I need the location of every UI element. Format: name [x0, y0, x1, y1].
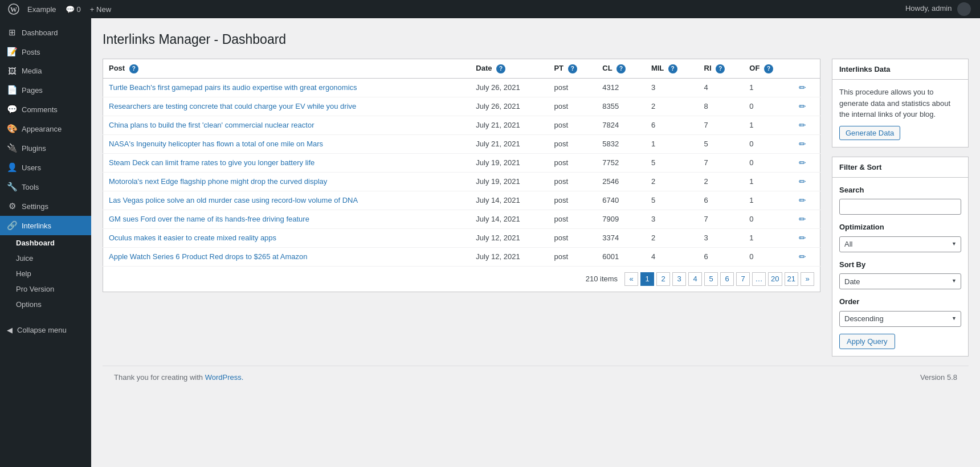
comments-bubble[interactable]: 💬 0 — [61, 5, 85, 14]
page-next[interactable]: » — [801, 272, 814, 286]
post-link-1[interactable]: Researchers are testing concrete that co… — [109, 102, 356, 110]
post-link-8[interactable]: Oculus makes it easier to create mixed r… — [109, 233, 276, 242]
post-link-7[interactable]: GM sues Ford over the name of its hands-… — [109, 215, 309, 223]
dashboard-icon: ⊞ — [7, 27, 17, 38]
cell-pt-2: post — [548, 116, 597, 134]
cell-cl-5: 2546 — [597, 172, 646, 191]
sidebar-item-comments[interactable]: 💬 Comments — [0, 100, 91, 119]
sidebar-item-pages[interactable]: 📄 Pages — [0, 80, 91, 100]
sidebar-item-appearance[interactable]: 🎨 Appearance — [0, 119, 91, 138]
page-5[interactable]: 5 — [704, 272, 718, 286]
table-row: Las Vegas police solve an old murder cas… — [103, 191, 820, 210]
post-link-9[interactable]: Apple Watch Series 6 Product Red drops t… — [109, 252, 308, 261]
table-section: Post ? Date ? PT ? — [103, 59, 820, 292]
table-row: Oculus makes it easier to create mixed r… — [103, 228, 820, 247]
avatar[interactable] — [957, 2, 971, 16]
sidebar-item-il-juice[interactable]: Juice — [0, 251, 91, 266]
table-row: Motorola's next Edge flagship phone migh… — [103, 172, 820, 191]
edit-icon-4[interactable]: ✏ — [799, 158, 806, 167]
edit-icon-5[interactable]: ✏ — [799, 177, 806, 186]
post-link-3[interactable]: NASA's Ingenuity helicopter has flown a … — [109, 140, 323, 148]
wordpress-link[interactable]: WordPress. — [205, 373, 244, 382]
cell-date-5: July 19, 2021 — [470, 172, 548, 191]
col-date: Date ? — [470, 59, 548, 79]
mil-help-icon[interactable]: ? — [668, 64, 677, 73]
comment-icon: 💬 — [66, 5, 75, 14]
post-link-2[interactable]: China plans to build the first 'clean' c… — [109, 121, 314, 129]
sidebar-item-il-help[interactable]: Help — [0, 266, 91, 281]
date-help-icon[interactable]: ? — [496, 64, 505, 73]
edit-icon-8[interactable]: ✏ — [799, 233, 806, 243]
page-7[interactable]: 7 — [736, 272, 750, 286]
media-icon: 🖼 — [7, 66, 17, 76]
search-input[interactable] — [839, 199, 961, 215]
cell-pt-9: post — [548, 247, 597, 266]
optimization-label: Optimization — [839, 222, 961, 233]
sidebar-item-il-dashboard[interactable]: Dashboard — [0, 235, 91, 251]
content-area: Post ? Date ? PT ? — [103, 59, 969, 366]
cell-of-5: 1 — [744, 172, 793, 191]
new-item-button[interactable]: + New — [85, 5, 116, 14]
order-select-wrapper: Descending Ascending — [839, 311, 961, 327]
ri-help-icon[interactable]: ? — [716, 64, 725, 73]
post-link-5[interactable]: Motorola's next Edge flagship phone migh… — [109, 177, 327, 186]
page-prev[interactable]: « — [624, 272, 638, 286]
edit-icon-0[interactable]: ✏ — [799, 83, 806, 92]
page-2[interactable]: 2 — [656, 272, 670, 286]
edit-icon-6[interactable]: ✏ — [799, 195, 806, 205]
cell-mil-7: 3 — [646, 210, 699, 228]
pt-help-icon[interactable]: ? — [568, 64, 577, 73]
order-select[interactable]: Descending Ascending — [839, 311, 961, 327]
edit-icon-1[interactable]: ✏ — [799, 101, 806, 111]
sort-by-select[interactable]: Date CL MIL RI OF — [839, 273, 961, 289]
cell-action-4: ✏ — [793, 153, 820, 172]
edit-icon-7[interactable]: ✏ — [799, 214, 806, 224]
collapse-menu-button[interactable]: ◀ Collapse menu — [0, 321, 91, 339]
sidebar-item-settings[interactable]: ⚙ Settings — [0, 196, 91, 216]
cell-post-6: Las Vegas police solve an old murder cas… — [103, 191, 471, 210]
of-help-icon[interactable]: ? — [764, 64, 773, 73]
filter-sort-box: Filter & Sort Search Optimization All Go… — [832, 157, 969, 357]
sidebar-item-il-pro[interactable]: Pro Version — [0, 281, 91, 297]
sidebar-item-dashboard[interactable]: ⊞ Dashboard — [0, 23, 91, 42]
wp-logo-icon[interactable]: W — [5, 0, 23, 18]
generate-data-button[interactable]: Generate Data — [839, 126, 900, 140]
col-action — [793, 59, 820, 79]
edit-icon-3[interactable]: ✏ — [799, 139, 806, 149]
edit-icon-9[interactable]: ✏ — [799, 252, 806, 261]
page-6[interactable]: 6 — [720, 272, 734, 286]
sidebar-item-media[interactable]: 🖼 Media — [0, 62, 91, 80]
page-21[interactable]: 21 — [785, 272, 798, 286]
cell-cl-8: 3374 — [597, 228, 646, 247]
edit-icon-2[interactable]: ✏ — [799, 120, 806, 130]
cell-mil-2: 6 — [646, 116, 699, 134]
post-link-6[interactable]: Las Vegas police solve an old murder cas… — [109, 196, 358, 204]
sidebar-item-il-options[interactable]: Options — [0, 297, 91, 312]
col-ri: RI ? — [699, 59, 744, 79]
interlinks-data-content: This procedure allows you to generate da… — [832, 80, 968, 147]
site-name[interactable]: Example — [23, 5, 61, 14]
post-link-4[interactable]: Steam Deck can limit frame rates to give… — [109, 158, 315, 167]
post-help-icon[interactable]: ? — [129, 64, 138, 73]
interlinks-icon: 🔗 — [7, 220, 17, 231]
sidebar-item-posts[interactable]: 📝 Posts — [0, 42, 91, 62]
sidebar-item-interlinks[interactable]: 🔗 Interlinks — [0, 216, 91, 235]
apply-query-button[interactable]: Apply Query — [839, 334, 895, 349]
cell-cl-2: 7824 — [597, 116, 646, 134]
cell-mil-6: 5 — [646, 191, 699, 210]
page-20[interactable]: 20 — [768, 272, 782, 286]
cell-pt-6: post — [548, 191, 597, 210]
sidebar-item-tools[interactable]: 🔧 Tools — [0, 177, 91, 196]
page-4[interactable]: 4 — [688, 272, 702, 286]
optimization-select[interactable]: All Good Average Poor — [839, 236, 961, 252]
cell-post-9: Apple Watch Series 6 Product Red drops t… — [103, 247, 471, 266]
cell-ri-0: 4 — [699, 78, 744, 97]
post-link-0[interactable]: Turtle Beach's first gamepad pairs its a… — [109, 83, 357, 92]
sidebar-item-users[interactable]: 👤 Users — [0, 158, 91, 177]
page-1[interactable]: 1 — [640, 272, 654, 286]
cell-of-1: 0 — [744, 97, 793, 116]
page-3[interactable]: 3 — [672, 272, 686, 286]
cell-pt-4: post — [548, 153, 597, 172]
cl-help-icon[interactable]: ? — [616, 64, 626, 73]
sidebar-item-plugins[interactable]: 🔌 Plugins — [0, 138, 91, 158]
